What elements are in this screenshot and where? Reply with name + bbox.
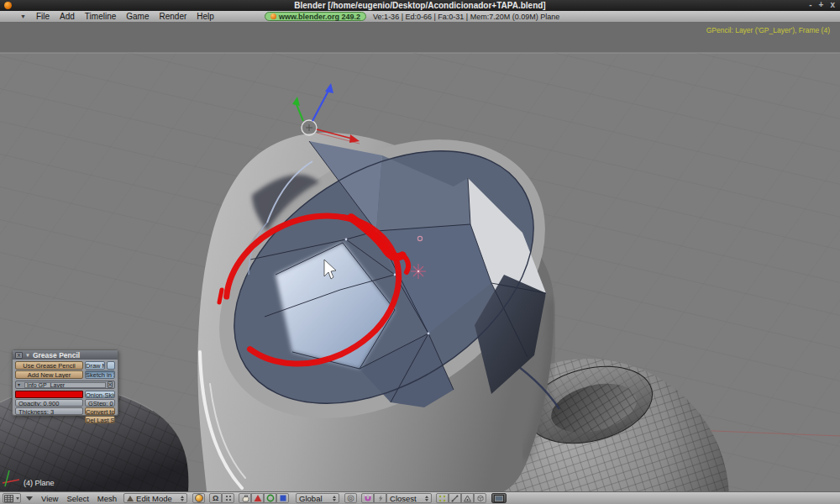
render-image-icon — [494, 495, 504, 502]
center-points-icon — [225, 495, 232, 501]
select-face-button[interactable] — [461, 493, 474, 503]
mode-dropdown[interactable]: Edit Mode — [123, 493, 187, 503]
orientation-dropdown[interactable]: Global — [296, 493, 339, 503]
top-menu-bar: ▼ File Add Timeline Game Render Help www… — [0, 11, 840, 23]
menu-mesh[interactable]: Mesh — [97, 494, 117, 503]
menu-collapse-icon[interactable]: ▼ — [20, 13, 26, 19]
grease-pencil-panel-header[interactable]: X ▼ Grease Pencil — [13, 350, 118, 360]
gpencil-status-text: GPencil: Layer ('GP_Layer'), Frame (4) — [706, 26, 830, 34]
use-grease-pencil-button[interactable]: Use Grease Pencil — [15, 361, 83, 370]
window-minimize-button[interactable]: - — [809, 0, 811, 11]
panel-collapse-icon[interactable]: ▼ — [25, 353, 30, 358]
manipulator-toggle[interactable] — [239, 493, 251, 503]
rotate-icon — [266, 494, 275, 502]
occlude-cube-icon — [476, 494, 485, 502]
edge-select-icon — [451, 495, 459, 502]
scene-statistics: Ve:1-36 | Ed:0-66 | Fa:0-31 | Mem:7.20M … — [373, 13, 559, 21]
layer-expand-icon[interactable]: ▾ — [18, 381, 20, 388]
solid-shading-icon — [195, 494, 203, 502]
sketch-in-3d-toggle[interactable]: Sketch in 3D — [85, 370, 115, 379]
del-last-stroke-button[interactable]: Del Last Stroke — [85, 416, 115, 423]
proportional-dropdown[interactable]: ◎ — [344, 493, 357, 503]
snap-element-icon — [377, 495, 384, 502]
face-select-icon — [464, 495, 471, 502]
translate-icon — [254, 494, 262, 502]
menu-help[interactable]: Help — [197, 12, 214, 21]
render-preview-button[interactable] — [491, 493, 507, 503]
snap-element-button[interactable] — [374, 493, 386, 503]
gpencil-layer-strip: ▾ X — [15, 381, 115, 389]
convert-to-button[interactable]: Convert to... — [85, 407, 115, 415]
manipulator-scale-toggle[interactable] — [276, 493, 289, 503]
hand-icon — [241, 494, 249, 502]
window-titlebar: Blender [/home/eugenio/Desktop/Acondicio… — [0, 0, 840, 11]
menu-add[interactable]: Add — [60, 12, 75, 21]
version-badge: www.blender.org 249.2 — [265, 12, 366, 21]
editor-type-grid-icon — [4, 495, 13, 502]
gstep-field[interactable]: GStep: 0 — [85, 399, 115, 407]
panel-close-icon[interactable]: X — [15, 352, 23, 359]
3d-view-header: View Select Mesh Edit Mode Ω — [0, 491, 840, 504]
3d-viewport[interactable]: GPencil: Layer ('GP_Layer'), Frame (4) (… — [0, 23, 840, 491]
opacity-slider[interactable]: Opacity: 0.900 — [15, 399, 83, 407]
proportional-icon: ◎ — [347, 494, 354, 502]
menu-file[interactable]: File — [36, 12, 50, 21]
layer-delete-button[interactable]: X — [108, 381, 113, 388]
snap-target-dropdown[interactable]: Closest — [386, 493, 432, 503]
thickness-slider[interactable]: Thickness: 3 — [15, 407, 83, 415]
menu-game[interactable]: Game — [126, 12, 149, 21]
layer-color-swatch[interactable] — [15, 391, 83, 398]
select-edge-button[interactable] — [449, 493, 461, 503]
add-new-layer-button[interactable]: Add New Layer — [15, 370, 83, 379]
occlude-geometry-toggle[interactable] — [474, 493, 486, 503]
menu-timeline[interactable]: Timeline — [85, 12, 116, 21]
version-badge-label: www.blender.org 249.2 — [279, 13, 360, 21]
viewport-canvas[interactable] — [0, 23, 840, 491]
edit-mode-icon — [127, 496, 134, 501]
layer-lock-icon[interactable] — [22, 381, 23, 388]
blender-app-icon — [4, 2, 12, 9]
onion-skin-toggle[interactable]: Onion-Skin — [85, 391, 115, 398]
center-points-toggle[interactable] — [222, 493, 234, 503]
grease-pencil-panel: X ▼ Grease Pencil Use Grease Pencil Draw… — [12, 349, 118, 416]
window-title: Blender [/home/eugenio/Desktop/Acondicio… — [0, 0, 840, 11]
frame-object-label: (4) Plane — [24, 479, 55, 487]
editor-type-button[interactable] — [3, 493, 21, 503]
draw-settings-icon-button[interactable] — [107, 361, 115, 370]
pivot-icon: Ω — [213, 494, 218, 502]
draw-type-dropdown[interactable] — [192, 493, 205, 503]
snap-target-label: Closest — [390, 494, 421, 503]
pivot-dropdown[interactable]: Ω — [209, 493, 222, 503]
vertex-select-icon — [438, 495, 446, 502]
menu-view[interactable]: View — [41, 494, 58, 503]
window-close-button[interactable]: x — [830, 0, 835, 11]
panel-title: Grease Pencil — [33, 351, 80, 360]
orientation-label: Global — [299, 494, 328, 503]
layer-name-field[interactable] — [24, 382, 106, 388]
manipulator-rotate-toggle[interactable] — [264, 493, 276, 503]
mode-label: Edit Mode — [136, 494, 176, 503]
select-vertex-button[interactable] — [436, 493, 449, 503]
menu-render[interactable]: Render — [160, 12, 187, 21]
snap-toggle[interactable] — [361, 493, 374, 503]
magnet-icon — [364, 494, 372, 502]
manipulator-translate-toggle[interactable] — [251, 493, 264, 503]
window-maximize-button[interactable]: + — [819, 0, 824, 11]
scale-icon — [279, 494, 287, 502]
draw-mode-toggle[interactable]: Draw Mode — [85, 361, 105, 370]
blender-window: Blender [/home/eugenio/Desktop/Acondicio… — [0, 0, 840, 504]
menu-select[interactable]: Select — [66, 494, 88, 503]
blender-logo-icon — [270, 13, 276, 19]
header-collapse-icon[interactable] — [26, 496, 33, 501]
